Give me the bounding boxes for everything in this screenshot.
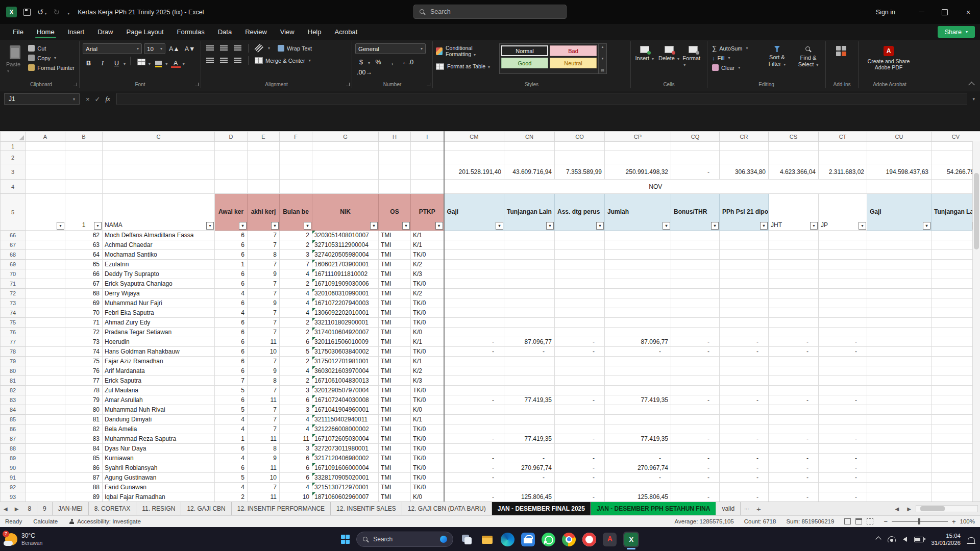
grid-cell[interactable] <box>103 180 215 194</box>
grid-cell-value[interactable]: - <box>720 337 769 347</box>
row-header-92[interactable]: 92 <box>1 483 26 492</box>
sheet-tab-overflow-icon[interactable]: ⋯ <box>741 502 753 515</box>
cell-os[interactable]: TMI <box>379 231 411 240</box>
grid-cell-value[interactable] <box>819 318 867 328</box>
grid-cell[interactable] <box>26 454 65 463</box>
row-header-66[interactable]: 66 <box>1 231 26 240</box>
cell-name[interactable]: Zul Maulana <box>103 386 215 395</box>
cell-ptkp[interactable]: K/2 <box>411 260 444 269</box>
cell-nik[interactable]: 3211150402940011 <box>312 415 379 424</box>
cell-bulan[interactable]: 6 <box>280 395 312 405</box>
filter-button[interactable]: ▾ <box>711 222 719 230</box>
grid-cell[interactable] <box>26 376 65 386</box>
cell-bulan[interactable]: 6 <box>280 454 312 463</box>
grid-cell-value[interactable] <box>444 328 504 337</box>
grid-cell-value[interactable] <box>671 318 720 328</box>
grid-cell-value[interactable] <box>444 318 504 328</box>
cell-bulan[interactable]: 10 <box>280 492 312 502</box>
grid-cell-value[interactable] <box>555 405 605 415</box>
cell-ptkp[interactable]: TK/0 <box>411 395 444 405</box>
italic-button[interactable]: I <box>96 59 108 68</box>
cell-name[interactable]: Muhammad Nur Fajri <box>103 298 215 308</box>
grid-cell-value[interactable]: - <box>769 337 819 347</box>
grid-cell-value[interactable] <box>720 483 769 492</box>
format-painter-button[interactable]: Format Painter <box>27 63 76 72</box>
grid-cell-value[interactable] <box>720 366 769 376</box>
grid-cell-value[interactable] <box>671 289 720 298</box>
cell-akhir[interactable]: 7 <box>248 308 280 318</box>
cell-no[interactable]: 63 <box>65 240 103 250</box>
font-color-button[interactable]: A <box>170 59 182 68</box>
grid-cell[interactable] <box>671 142 720 151</box>
filter-button[interactable]: ▾ <box>435 222 443 230</box>
grid-cell-value[interactable] <box>769 318 819 328</box>
clock[interactable]: 15:04 31/01/2026 <box>931 532 961 547</box>
grid-cell-value[interactable]: - <box>555 395 605 405</box>
grid-cell[interactable] <box>504 142 555 151</box>
grid-cell-value[interactable] <box>444 376 504 386</box>
number-dialog-launcher-icon[interactable] <box>427 83 430 86</box>
status-sum[interactable]: Sum: 8519506219 <box>786 518 834 524</box>
cell-os[interactable]: TMI <box>379 318 411 328</box>
grid-cell-value[interactable] <box>605 289 671 298</box>
find-select-button[interactable]: Find & Select ▾ <box>794 43 822 72</box>
cell-os[interactable]: TMI <box>379 328 411 337</box>
cell-ptkp[interactable]: K/1 <box>411 357 444 366</box>
grid-cell-value[interactable] <box>720 318 769 328</box>
grid-cell-value[interactable]: - <box>555 473 605 483</box>
cancel-icon[interactable]: × <box>86 95 90 103</box>
grid-cell-value[interactable] <box>867 279 932 289</box>
cell-nik[interactable]: 1671072207940003 <box>312 298 379 308</box>
cell-no[interactable]: 73 <box>65 337 103 347</box>
column-header-CR[interactable]: CR <box>720 132 769 142</box>
grid-cell-value[interactable] <box>504 289 555 298</box>
clear-button[interactable]: Clear ▾ <box>710 63 760 72</box>
grid-cell[interactable] <box>215 142 248 151</box>
cell-name[interactable]: Erick Syaputra Chaniago <box>103 279 215 289</box>
grid-cell[interactable] <box>411 151 444 164</box>
grid-cell-value[interactable]: - <box>769 454 819 463</box>
cell-nik[interactable]: 3603021603970004 <box>312 366 379 376</box>
grid-cell-value[interactable] <box>867 444 932 454</box>
zoom-in-button[interactable]: + <box>952 518 956 525</box>
grid-cell-value[interactable] <box>671 328 720 337</box>
close-button[interactable]: × <box>957 0 980 24</box>
column-header-F[interactable]: F <box>280 132 312 142</box>
cell-akhir[interactable]: 9 <box>248 298 280 308</box>
cell-os[interactable]: TMI <box>379 376 411 386</box>
cell-awal[interactable]: 6 <box>215 357 248 366</box>
grid-cell-value[interactable] <box>504 318 555 328</box>
total-cell[interactable]: 201.528.191,40 <box>444 164 504 180</box>
grid-cell-value[interactable] <box>605 424 671 434</box>
grid-cell-value[interactable] <box>605 328 671 337</box>
cell-nik[interactable]: 3217120406980002 <box>312 454 379 463</box>
grid-cell-value[interactable] <box>819 308 867 318</box>
grid-cell-value[interactable] <box>819 405 867 415</box>
addins-button[interactable] <box>829 43 853 56</box>
grid-cell[interactable] <box>65 180 103 194</box>
grid-cell-value[interactable]: - <box>444 473 504 483</box>
grid-cell[interactable] <box>379 164 411 180</box>
grid-cell-value[interactable] <box>769 298 819 308</box>
sheet-tab-valid[interactable]: valid <box>716 502 741 515</box>
save-icon[interactable] <box>23 9 31 16</box>
cell-os[interactable]: TMI <box>379 250 411 260</box>
grid-cell-value[interactable] <box>819 260 867 269</box>
grid-cell[interactable] <box>26 180 65 194</box>
grid-cell-value[interactable] <box>867 463 932 473</box>
merge-center-button[interactable]: Merge & Center ▾ <box>253 56 312 65</box>
grid-cell-value[interactable] <box>555 279 605 289</box>
cell-name[interactable]: Farid Gunawan <box>103 483 215 492</box>
grid-cell-value[interactable]: - <box>605 347 671 357</box>
cell-awal[interactable]: 5 <box>215 473 248 483</box>
cell-name[interactable]: Erick Saputra <box>103 376 215 386</box>
grid-cell-value[interactable]: - <box>555 337 605 347</box>
grid-cell-value[interactable] <box>867 289 932 298</box>
align-bottom-button[interactable] <box>232 43 243 53</box>
grid-cell-value[interactable] <box>504 231 555 240</box>
grid-cell-value[interactable] <box>444 366 504 376</box>
grid-cell-value[interactable] <box>671 357 720 366</box>
undo-icon[interactable]: ↺▾ <box>37 8 47 16</box>
cell-os[interactable]: TMI <box>379 366 411 376</box>
cell-awal[interactable]: 1 <box>215 260 248 269</box>
